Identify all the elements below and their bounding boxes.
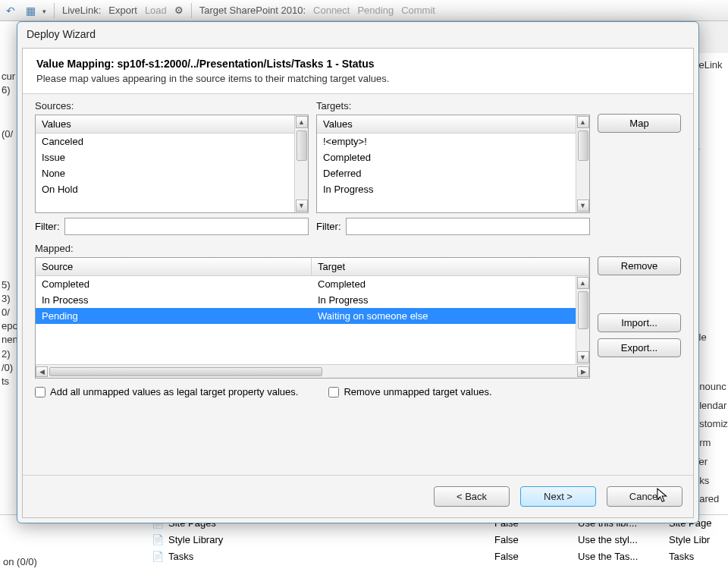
value-mapping-subtitle: Please map values appearing in the sourc…: [36, 73, 679, 84]
sources-item[interactable]: Issue: [36, 149, 294, 165]
add-unmapped-checkbox[interactable]: [35, 387, 46, 397]
sources-filter-label: Filter:: [35, 221, 60, 232]
scroll-up-icon[interactable]: ▲: [296, 116, 308, 128]
value-mapping-title: Value Mapping: sp10f-s1:2000/../Presenta…: [36, 58, 679, 70]
targets-listbox[interactable]: Values !<empty>!CompletedDeferredIn Prog…: [316, 115, 590, 213]
scroll-down-icon[interactable]: ▼: [577, 200, 589, 212]
deploy-wizard-dialog: Deploy Wizard Value Mapping: sp10f-s1:20…: [17, 21, 699, 523]
remove-button[interactable]: Remove: [598, 256, 681, 275]
export-button[interactable]: Export...: [598, 338, 681, 357]
target-label: Target SharePoint 2010:: [196, 3, 309, 17]
calendar-icon: [26, 5, 38, 17]
item-icon: 📄: [152, 534, 164, 546]
sources-values-header[interactable]: Values: [36, 115, 294, 134]
commit-button[interactable]: Commit: [398, 3, 438, 17]
cancel-button[interactable]: Cancel: [607, 486, 682, 507]
mapped-scrollbar-h[interactable]: ◀ ▶: [36, 364, 589, 378]
next-button[interactable]: Next >: [520, 486, 596, 507]
targets-item[interactable]: Completed: [317, 149, 576, 165]
chevron-down-icon: [41, 5, 46, 16]
sources-item[interactable]: None: [36, 165, 294, 181]
sources-scrollbar[interactable]: ▲ ▼: [294, 115, 308, 212]
scroll-thumb[interactable]: [578, 291, 588, 329]
mapped-source-cell: Pending: [36, 310, 312, 322]
remove-unmapped-checkbox-label[interactable]: Remove unmapped target values.: [328, 386, 491, 397]
scroll-thumb[interactable]: [297, 130, 307, 161]
scroll-right-icon[interactable]: ▶: [577, 366, 589, 377]
mapped-row[interactable]: PendingWaiting on someone else: [36, 308, 576, 324]
pending-button[interactable]: Pending: [354, 3, 397, 17]
mapped-target-cell: Waiting on someone else: [312, 310, 576, 322]
add-unmapped-checkbox-label[interactable]: Add all unmapped values as legal target …: [35, 386, 298, 397]
mapped-target-header[interactable]: Target: [312, 258, 589, 275]
bg-grid-row[interactable]: 📄Style LibraryFalseUse the styl...Style …: [152, 532, 728, 548]
scroll-down-icon[interactable]: ▼: [296, 200, 308, 212]
mapped-row[interactable]: In ProcessIn Progress: [36, 292, 576, 308]
connect-button[interactable]: Connect: [310, 3, 353, 17]
export-toolbar-button[interactable]: Export: [105, 3, 140, 17]
mapped-label: Mapped:: [35, 243, 590, 254]
sources-item[interactable]: On Hold: [36, 181, 294, 197]
mapped-source-cell: In Process: [36, 294, 312, 306]
map-button[interactable]: Map: [598, 114, 681, 133]
scroll-thumb[interactable]: [578, 130, 588, 161]
calendar-dropdown[interactable]: [23, 3, 49, 18]
bg-grid-row[interactable]: 📄TasksFalseUse the Tas...Tasks: [152, 548, 728, 565]
mapped-source-cell: Completed: [36, 278, 312, 290]
dialog-header: Value Mapping: sp10f-s1:2000/../Presenta…: [23, 49, 693, 94]
scroll-up-icon[interactable]: ▲: [577, 116, 589, 128]
targets-filter-input[interactable]: [346, 218, 591, 235]
item-icon: 📄: [152, 551, 164, 563]
scroll-thumb-h[interactable]: [49, 367, 322, 376]
mapped-listbox[interactable]: Source Target CompletedCompletedIn Proce…: [35, 257, 590, 379]
back-button[interactable]: < Back: [434, 486, 510, 507]
undo-icon: [6, 5, 18, 17]
bg-footer-text: on (0/0): [3, 556, 37, 567]
import-button[interactable]: Import...: [598, 313, 681, 332]
bg-left-panel: cur 6) (0/ 5) 3) 0/ epo nen 2) /0) ts: [0, 21, 18, 575]
load-toolbar-button[interactable]: Load: [142, 3, 170, 17]
undo-button[interactable]: [3, 3, 21, 18]
mapped-target-cell: Completed: [312, 278, 576, 290]
sources-item[interactable]: Canceled: [36, 134, 294, 149]
sources-filter-input[interactable]: [64, 218, 309, 235]
scroll-left-icon[interactable]: ◀: [36, 366, 48, 377]
mapped-scrollbar-v[interactable]: ▲ ▼: [576, 276, 589, 364]
targets-label: Targets:: [316, 100, 590, 112]
targets-item[interactable]: Deferred: [317, 165, 576, 181]
config-icon: ⚙: [174, 5, 184, 16]
remove-unmapped-checkbox[interactable]: [328, 387, 339, 397]
bg-bottom-grid: 📄Site PagesFalseUse this libr...Site Pag…: [0, 514, 728, 575]
targets-scrollbar[interactable]: ▲ ▼: [576, 115, 589, 212]
sources-label: Sources:: [35, 100, 309, 112]
targets-filter-label: Filter:: [316, 221, 341, 232]
targets-values-header[interactable]: Values: [317, 115, 576, 134]
mapped-target-cell: In Progress: [312, 294, 576, 306]
load-config-button[interactable]: ⚙: [171, 3, 187, 17]
mapped-row[interactable]: CompletedCompleted: [36, 276, 576, 292]
targets-item[interactable]: !<empty>!: [317, 134, 576, 149]
livelink-label: LiveLink:: [59, 3, 104, 17]
dialog-title: Deploy Wizard: [17, 22, 698, 46]
scroll-down-icon[interactable]: ▼: [577, 351, 589, 363]
mapped-source-header[interactable]: Source: [36, 258, 312, 275]
main-toolbar: LiveLink: Export Load ⚙ Target SharePoin…: [0, 0, 728, 21]
sources-listbox[interactable]: Values CanceledIssueNoneOn Hold ▲ ▼: [35, 115, 309, 213]
scroll-up-icon[interactable]: ▲: [577, 277, 589, 289]
targets-item[interactable]: In Progress: [317, 181, 576, 197]
